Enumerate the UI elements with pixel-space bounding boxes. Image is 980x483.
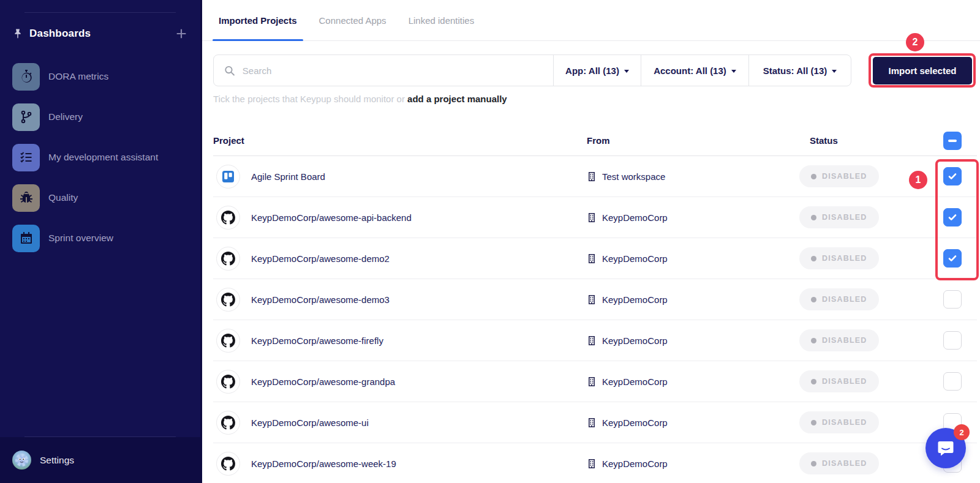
add-project-manually-link[interactable]: add a project manually [407, 94, 507, 104]
select-all-checkbox[interactable] [943, 132, 962, 150]
annotation-step2-badge: 2 [906, 33, 924, 51]
project-name: KeypDemoCorp/awesome-grandpa [251, 376, 395, 387]
row-checkbox[interactable] [943, 331, 962, 350]
from-name: KeypDemoCorp [602, 212, 668, 223]
annotation-box-step1 [935, 159, 979, 280]
from-cell: KeypDemoCorp [587, 417, 799, 428]
organization-building-icon [587, 459, 597, 468]
caret-down-icon [624, 70, 629, 73]
project-cell: KeypDemoCorp/awesome-demo2 [213, 247, 587, 271]
github-icon [221, 416, 235, 430]
filter-account-dropdown[interactable]: Account: All (13) [641, 55, 748, 86]
status-text: DISABLED [822, 377, 867, 386]
organization-building-icon [587, 376, 597, 386]
sidebar-item[interactable]: Sprint overview [0, 218, 200, 258]
import-selected-button[interactable]: Import selected [873, 57, 972, 84]
from-name: KeypDemoCorp [602, 253, 668, 264]
project-name: KeypDemoCorp/awesome-ui [251, 417, 369, 428]
sidebar: Dashboards DORA metrics Delivery [0, 0, 202, 483]
organization-building-icon [587, 212, 597, 222]
filter-status-label: Status: All (13) [763, 66, 827, 76]
status-cell: DISABLED [799, 452, 880, 474]
from-cell: KeypDemoCorp [587, 253, 799, 264]
status-badge: DISABLED [799, 247, 879, 269]
from-name: KeypDemoCorp [602, 335, 668, 346]
dashboards-title: Dashboards [29, 28, 175, 40]
from-name: Test workspace [602, 171, 665, 182]
app-icon [216, 370, 240, 394]
sidebar-item[interactable]: My development assistant [0, 137, 200, 178]
project-cell: KeypDemoCorp/awesome-api-backend [213, 206, 587, 230]
status-dot-icon [811, 420, 816, 425]
tab-imported-projects[interactable]: Imported Projects [213, 0, 303, 40]
project-cell: KeypDemoCorp/awesome-week-19 [213, 452, 587, 476]
project-name: KeypDemoCorp/awesome-api-backend [251, 212, 412, 223]
from-name: KeypDemoCorp [602, 294, 668, 305]
sidebar-item-icon [12, 184, 40, 212]
tab-linked-identities[interactable]: Linked identities [402, 0, 481, 40]
app-icon [216, 165, 240, 189]
sidebar-item-label: DORA metrics [48, 71, 108, 82]
status-dot-icon [811, 256, 816, 261]
app-icon [216, 206, 240, 230]
filter-status-dropdown[interactable]: Status: All (13) [748, 55, 851, 86]
sidebar-top-divider [24, 12, 176, 13]
table-row: KeypDemoCorp/awesome-api-backend KeypDem… [213, 197, 977, 238]
table-row: KeypDemoCorp/awesome-demo3 KeypDemoCorp … [213, 279, 977, 320]
organization-building-icon [587, 253, 597, 263]
from-cell: Test workspace [587, 171, 799, 182]
project-name: KeypDemoCorp/awesome-demo3 [251, 294, 390, 305]
sidebar-item-icon [12, 103, 40, 131]
organization-building-icon [587, 171, 597, 181]
status-cell: DISABLED [799, 329, 880, 351]
project-cell: KeypDemoCorp/awesome-ui [213, 411, 587, 435]
table-row: KeypDemoCorp/awesome-ui KeypDemoCorp DIS… [213, 402, 977, 443]
settings-gear-avatar [12, 451, 31, 470]
row-checkbox[interactable] [943, 372, 962, 391]
add-dashboard-icon[interactable] [175, 27, 188, 40]
organization-building-icon [587, 417, 597, 427]
sidebar-item[interactable]: Quality [0, 178, 200, 218]
project-cell: Agile Sprint Board [213, 165, 587, 189]
project-name: Agile Sprint Board [251, 171, 325, 182]
annotation-step1-badge: 1 [909, 171, 927, 189]
status-badge: DISABLED [799, 165, 879, 187]
dashboards-header: Dashboards [0, 22, 200, 45]
status-text: DISABLED [822, 213, 867, 222]
app-icon [216, 452, 240, 476]
trello-icon [222, 171, 234, 182]
github-icon [221, 293, 235, 307]
from-cell: KeypDemoCorp [587, 294, 799, 305]
row-checkbox[interactable] [943, 290, 962, 309]
app-icon [216, 411, 240, 435]
settings-button[interactable]: Settings [0, 437, 200, 483]
app-icon [216, 288, 240, 312]
status-cell: DISABLED [799, 411, 880, 433]
status-text: DISABLED [822, 418, 867, 427]
status-text: DISABLED [822, 172, 867, 181]
status-badge: DISABLED [799, 288, 879, 310]
status-dot-icon [811, 297, 816, 302]
sidebar-item[interactable]: Delivery [0, 97, 200, 137]
search-icon [224, 64, 235, 77]
tabs-bar: Imported Projects Connected Apps Linked … [202, 0, 980, 41]
tab-connected-apps[interactable]: Connected Apps [313, 0, 393, 40]
filter-app-dropdown[interactable]: App: All (13) [553, 55, 641, 86]
status-cell: DISABLED [799, 247, 880, 269]
indeterminate-minus-icon [948, 140, 957, 142]
sidebar-item-icon [12, 225, 40, 252]
status-dot-icon [811, 174, 816, 179]
status-dot-icon [811, 379, 816, 384]
from-name: KeypDemoCorp [602, 459, 668, 469]
project-name: KeypDemoCorp/awesome-firefly [251, 335, 383, 346]
hint-static-text: Tick the projects that Keypup should mon… [213, 94, 405, 104]
status-badge: DISABLED [799, 206, 879, 228]
sidebar-item-label: Delivery [48, 111, 83, 122]
search-input[interactable] [243, 66, 543, 76]
sidebar-item-icon [12, 63, 40, 91]
project-name: KeypDemoCorp/awesome-week-19 [251, 459, 396, 469]
sidebar-item[interactable]: DORA metrics [0, 56, 200, 97]
search-segment [214, 55, 553, 86]
github-icon [221, 334, 235, 348]
column-header-from: From [587, 135, 799, 146]
